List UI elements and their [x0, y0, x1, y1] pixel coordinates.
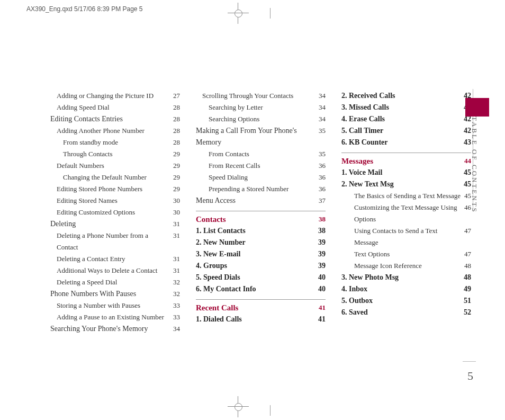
toc-entry: Changing the Default Number29 [50, 172, 180, 183]
toc-title: Adding a Pause to an Existing Number [50, 311, 173, 323]
toc-title: Default Numbers [50, 160, 173, 172]
toc-entry: Speed Dialing36 [196, 172, 326, 183]
toc-title: Deleting a Contact Entry [50, 253, 173, 265]
toc-entry: Additional Ways to Delete a Contact31 [50, 265, 180, 276]
toc-entry: Editing Contacts Entries28 [50, 113, 180, 125]
spine-mark-top [270, 8, 270, 19]
toc-page: 38 [318, 225, 326, 237]
toc-title: 1. Dialed Calls [196, 314, 318, 325]
toc-page: 30 [173, 207, 180, 218]
toc-page: 28 [173, 102, 180, 113]
toc-page: 37 [319, 195, 326, 207]
toc-page: 29 [173, 183, 180, 195]
toc-page: 48 [464, 272, 471, 283]
toc-entry: Customizing the Text Message Using Optio… [341, 202, 471, 225]
toc-entry: Editing Stored Phone Numbers29 [50, 183, 180, 195]
section-divider [196, 211, 326, 211]
toc-page: 29 [173, 148, 180, 160]
toc-title: Using Contacts to Send a Text Message [341, 225, 464, 248]
toc-title: Storing a Number with Pauses [50, 300, 173, 311]
toc-entry: 6. KB Counter43 [341, 137, 471, 148]
toc-title: Speed Dialing [196, 172, 319, 183]
toc-title: 3. New Photo Msg [341, 272, 464, 283]
toc-page: 36 [319, 183, 326, 195]
toc-page: 34 [173, 323, 180, 335]
toc-title: 6. Saved [341, 307, 464, 318]
toc-title: Scrolling Through Your Contacts [196, 90, 319, 102]
toc-entry: 6. Saved52 [341, 307, 471, 318]
toc-page: 31 [173, 265, 180, 276]
toc-entry: 3. Missed Calls42 [341, 102, 471, 113]
toc-title: Through Contacts [50, 148, 173, 160]
toc-entry: Messages44 [341, 155, 471, 167]
toc-page: 31 [173, 253, 180, 265]
toc-entry: Searching by Letter34 [196, 102, 326, 113]
toc-title: Editing Contacts Entries [50, 113, 173, 125]
toc-title: 4. Erase Calls [341, 113, 464, 125]
toc-page: 40 [318, 272, 326, 283]
toc-page: 32 [173, 276, 180, 288]
toc-entry: Contacts38 [196, 213, 326, 225]
toc-title: Additional Ways to Delete a Contact [50, 265, 173, 276]
toc-title: Making a Call From Your Phone's Memory [196, 125, 319, 148]
toc-entry: Adding Another Phone Number28 [50, 125, 180, 137]
toc-entry: 3. New E-mail39 [196, 248, 326, 260]
toc-entry: Deleting a Phone Number from a Contact31 [50, 230, 180, 253]
toc-entry: 4. Inbox49 [341, 283, 471, 295]
toc-title: Messages [341, 155, 464, 167]
toc-entry: 2. New Number39 [196, 237, 326, 248]
toc-title: Menu Access [196, 195, 319, 207]
toc-title: From standby mode [50, 137, 173, 148]
toc-title: 5. Outbox [341, 295, 464, 307]
toc-title: Message Icon Reference [341, 260, 464, 272]
toc-column-2: Scrolling Through Your Contacts34Searchi… [196, 90, 326, 335]
toc-title: 6. My Contact Info [196, 283, 318, 295]
toc-page: 40 [318, 283, 326, 295]
toc-page: 30 [173, 195, 180, 207]
toc-title: Contacts [196, 213, 319, 225]
toc-entry: 4. Erase Calls42 [341, 113, 471, 125]
toc-entry: 5. Speed Dials40 [196, 272, 326, 283]
toc-page: 33 [173, 311, 180, 323]
toc-title: 1. Voice Mail [341, 167, 464, 178]
toc-title: From Recent Calls [196, 160, 319, 172]
toc-columns: Adding or Changing the Picture ID27Addin… [50, 90, 471, 335]
section-label: TABLE OF CONTENTS [470, 117, 479, 213]
toc-entry: Through Contacts29 [50, 148, 180, 160]
toc-title: Deleting a Speed Dial [50, 276, 173, 288]
toc-page: 32 [173, 288, 180, 300]
toc-page: 52 [464, 307, 471, 318]
toc-title: Deleting [50, 218, 173, 230]
toc-page: 48 [464, 260, 471, 272]
toc-page: 27 [173, 90, 180, 102]
toc-page: 33 [173, 300, 180, 311]
toc-entry: Adding a Pause to an Existing Number33 [50, 311, 180, 323]
toc-page: 31 [173, 230, 180, 253]
toc-title: Searching Options [196, 113, 319, 125]
toc-title: Changing the Default Number [50, 172, 173, 183]
toc-entry: The Basics of Sending a Text Message45 [341, 190, 471, 202]
toc-entry: Editing Stored Names30 [50, 195, 180, 207]
toc-entry: Text Options47 [341, 248, 471, 260]
toc-entry: 2. Received Calls42 [341, 90, 471, 102]
toc-title: Adding Another Phone Number [50, 125, 173, 137]
toc-page: 41 [319, 302, 326, 314]
toc-title: The Basics of Sending a Text Message [341, 190, 464, 202]
toc-title: 1. List Contacts [196, 225, 318, 237]
toc-title: Adding Speed Dial [50, 102, 173, 113]
toc-entry: 2. New Text Msg45 [341, 178, 471, 190]
toc-entry: Storing a Number with Pauses33 [50, 300, 180, 311]
toc-page: 34 [319, 102, 326, 113]
section-divider [341, 153, 471, 153]
page: AX390_Eng.qxd 5/17/06 8:39 PM Page 5 Add… [0, 0, 505, 420]
toc-entry: Adding Speed Dial28 [50, 102, 180, 113]
toc-entry: 5. Outbox51 [341, 295, 471, 307]
toc-entry: Recent Calls41 [196, 302, 326, 314]
toc-page: 35 [319, 148, 326, 160]
toc-entry: 1. Dialed Calls41 [196, 314, 326, 325]
toc-entry: 4. Groups39 [196, 260, 326, 272]
toc-title: 2. New Text Msg [341, 178, 464, 190]
toc-entry: 1. List Contacts38 [196, 225, 326, 237]
thumb-tab [465, 98, 489, 117]
toc-title: 4. Inbox [341, 283, 464, 295]
